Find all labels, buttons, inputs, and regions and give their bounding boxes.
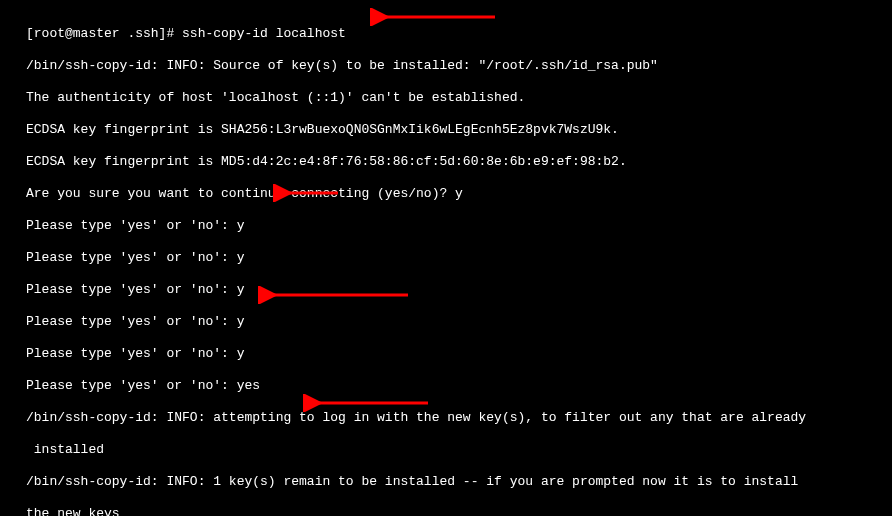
terminal-line: Please type 'yes' or 'no': y <box>26 218 892 234</box>
terminal-line: Please type 'yes' or 'no': y <box>26 282 892 298</box>
terminal-line: ECDSA key fingerprint is SHA256:L3rwBuex… <box>26 122 892 138</box>
terminal-line: Please type 'yes' or 'no': y <box>26 314 892 330</box>
terminal-line: /bin/ssh-copy-id: INFO: attempting to lo… <box>26 410 892 426</box>
terminal-line: [root@master .ssh]# ssh-copy-id localhos… <box>26 26 892 42</box>
terminal-line: Please type 'yes' or 'no': y <box>26 250 892 266</box>
terminal-output: [root@master .ssh]# ssh-copy-id localhos… <box>0 0 892 516</box>
terminal-line: /bin/ssh-copy-id: INFO: 1 key(s) remain … <box>26 474 892 490</box>
terminal-line: the new keys <box>26 506 892 516</box>
terminal-line: Are you sure you want to continue connec… <box>26 186 892 202</box>
terminal-line: The authenticity of host 'localhost (::1… <box>26 90 892 106</box>
terminal-line: Please type 'yes' or 'no': yes <box>26 378 892 394</box>
terminal-line: /bin/ssh-copy-id: INFO: Source of key(s)… <box>26 58 892 74</box>
terminal-line: installed <box>26 442 892 458</box>
terminal-line: ECDSA key fingerprint is MD5:d4:2c:e4:8f… <box>26 154 892 170</box>
terminal-line: Please type 'yes' or 'no': y <box>26 346 892 362</box>
